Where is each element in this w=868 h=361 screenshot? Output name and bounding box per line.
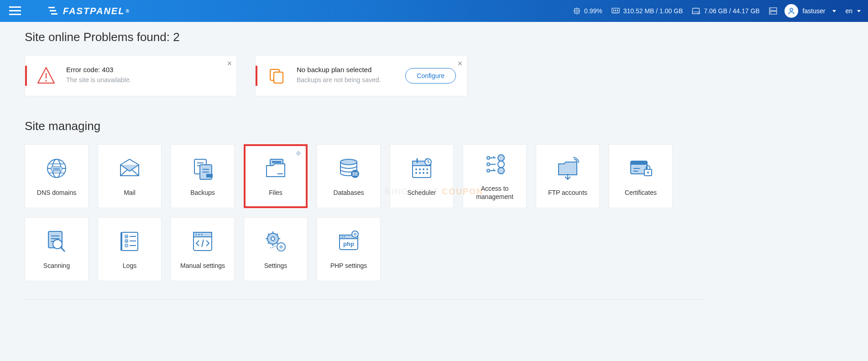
server-icon-wrap[interactable] xyxy=(764,7,779,15)
tile-files[interactable]: ✥Files xyxy=(244,144,308,208)
chevron-down-icon xyxy=(832,10,836,12)
tile-db[interactable]: Databases xyxy=(317,144,381,208)
svg-point-97 xyxy=(120,245,122,247)
svg-point-59 xyxy=(423,168,424,170)
svg-line-118 xyxy=(268,242,269,244)
backup-title: No backup plan selected xyxy=(297,66,405,73)
svg-point-26 xyxy=(790,8,793,11)
php-icon: php xyxy=(336,229,361,254)
tile-logs[interactable]: Logs xyxy=(98,217,162,281)
divider xyxy=(25,299,706,300)
svg-rect-19 xyxy=(617,10,618,11)
svg-rect-1 xyxy=(9,10,21,11)
tile-sched[interactable]: Scheduler xyxy=(390,144,454,208)
cert-icon xyxy=(628,156,654,181)
svg-rect-30 xyxy=(274,72,283,83)
svg-rect-7 xyxy=(576,10,578,12)
svg-point-21 xyxy=(698,12,699,13)
ram-stat[interactable]: 310.52 MB / 1.00 GB xyxy=(607,7,688,15)
user-icon xyxy=(788,7,795,15)
tile-label: Databases xyxy=(334,188,364,197)
managing-heading: Site managing xyxy=(25,119,706,133)
svg-point-62 xyxy=(419,172,421,174)
svg-point-95 xyxy=(120,238,122,240)
lang-select[interactable]: en xyxy=(842,7,868,15)
svg-point-108 xyxy=(201,234,203,235)
svg-point-124 xyxy=(342,236,343,238)
tile-cert[interactable]: Certificates xyxy=(609,144,673,208)
ftp-icon xyxy=(555,156,580,181)
error-alert: Error code: 403 The site is unavailable.… xyxy=(25,55,237,96)
tile-label: Scheduler xyxy=(407,188,436,197)
svg-rect-2 xyxy=(9,14,21,15)
error-subtitle: The site is unavailable. xyxy=(66,76,225,84)
disk-value: 7.06 GB / 44.17 GB xyxy=(704,7,759,15)
cpu-value: 0.99% xyxy=(584,7,602,15)
brand-logo[interactable]: FASTPANEL ® xyxy=(30,0,136,22)
svg-point-25 xyxy=(770,12,771,13)
alerts: Error code: 403 The site is unavailable.… xyxy=(25,55,706,96)
svg-rect-42 xyxy=(206,174,213,178)
svg-rect-18 xyxy=(615,10,616,11)
tile-label: Logs xyxy=(123,262,136,270)
dns-icon: DNS xyxy=(44,156,69,181)
tile-set[interactable]: Settings xyxy=(244,217,308,281)
tile-label: Certificates xyxy=(625,188,657,197)
svg-point-96 xyxy=(120,241,122,243)
svg-point-24 xyxy=(770,9,771,10)
error-title: Error code: 403 xyxy=(66,66,225,73)
configure-button[interactable]: Configure xyxy=(405,68,456,84)
tile-manual[interactable]: Manual settings xyxy=(171,217,235,281)
user-menu[interactable]: fastuser xyxy=(779,4,842,18)
manual-icon xyxy=(190,229,215,254)
files-icon xyxy=(263,156,288,181)
backup-alert: No backup plan selected Backups are not … xyxy=(255,55,467,96)
svg-rect-0 xyxy=(9,6,21,8)
tile-php[interactable]: phpPHP settings xyxy=(317,217,381,281)
server-icon xyxy=(769,7,777,15)
tile-mail[interactable]: Mail xyxy=(98,144,162,208)
svg-line-119 xyxy=(277,234,278,235)
tile-scan[interactable]: Scanning xyxy=(25,217,89,281)
svg-line-117 xyxy=(277,242,278,244)
svg-point-125 xyxy=(344,236,345,238)
access-icon xyxy=(482,152,507,177)
svg-point-76 xyxy=(487,169,490,172)
close-icon[interactable]: × xyxy=(227,59,232,68)
tile-ftp[interactable]: FTP accounts xyxy=(536,144,600,208)
svg-point-107 xyxy=(199,234,200,235)
tile-label: Files xyxy=(269,188,282,197)
hamburger-icon xyxy=(9,6,21,16)
back-icon xyxy=(190,156,215,181)
svg-point-57 xyxy=(415,168,417,170)
svg-point-48 xyxy=(340,159,357,165)
tile-label: FTP accounts xyxy=(548,188,587,197)
set-icon xyxy=(263,229,288,254)
logo-mark xyxy=(48,6,59,16)
cpu-stat[interactable]: 0.99% xyxy=(569,7,607,15)
backup-subtitle: Backups are not being saved. xyxy=(297,76,405,84)
close-icon[interactable]: × xyxy=(457,59,462,68)
tile-access[interactable]: Access to management xyxy=(463,144,527,208)
svg-point-128 xyxy=(354,233,356,235)
svg-point-94 xyxy=(120,234,122,236)
brand-reg: ® xyxy=(125,9,130,14)
svg-point-58 xyxy=(419,168,421,170)
brand-text: FASTPANEL xyxy=(63,6,125,16)
svg-rect-4 xyxy=(50,10,56,11)
svg-point-28 xyxy=(45,80,47,81)
svg-text:DNS: DNS xyxy=(53,167,60,171)
tile-label: DNS domains xyxy=(37,188,76,197)
svg-rect-81 xyxy=(631,161,647,165)
menu-button[interactable] xyxy=(0,0,30,22)
sched-icon xyxy=(409,156,434,181)
chevron-down-icon xyxy=(857,10,861,12)
tile-dns[interactable]: DNSDNS domains xyxy=(25,144,89,208)
svg-point-106 xyxy=(196,234,197,235)
disk-stat[interactable]: 7.06 GB / 44.17 GB xyxy=(687,7,764,15)
svg-point-63 xyxy=(423,172,424,174)
svg-point-85 xyxy=(647,172,649,173)
svg-point-111 xyxy=(271,237,275,241)
tile-back[interactable]: Backups xyxy=(171,144,235,208)
svg-line-116 xyxy=(268,234,269,235)
